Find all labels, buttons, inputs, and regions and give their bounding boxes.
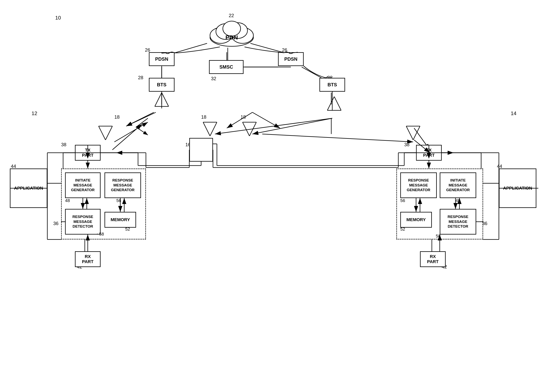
device-right-label: 14 — [511, 110, 516, 116]
antenna-right-bottom — [404, 124, 422, 140]
response-msg-gen-left: RESPONSEMESSAGEGENERATOR — [104, 172, 141, 198]
application-left-box: APPLICATION — [10, 169, 47, 208]
pdsn-left-number: 26 — [145, 47, 150, 53]
svg-line-66 — [406, 126, 413, 140]
initiate-msg-gen-right: INITIATEMESSAGEGENERATOR — [440, 172, 476, 198]
application-left-number: 44 — [11, 164, 16, 169]
svg-line-64 — [249, 122, 256, 136]
bts-right-box: BTS — [319, 78, 345, 92]
device-left-label: 12 — [32, 110, 37, 116]
pdsn-right-box: PDSN — [278, 52, 304, 66]
antenna-number-18-center-left: 18 — [201, 114, 206, 120]
number-36-right: 36 — [482, 221, 487, 226]
device-16-box — [189, 138, 213, 162]
application-right-number: 44 — [497, 164, 502, 169]
svg-line-67 — [413, 126, 420, 140]
bts-left-number: 28 — [138, 75, 143, 81]
initiate-msg-gen-left: INITIATEMESSAGEGENERATOR — [65, 172, 101, 198]
smsc-number: 32 — [211, 76, 216, 81]
number-58-left: ~58 — [97, 232, 104, 237]
svg-line-53 — [327, 97, 334, 110]
tx-part-left-number: 38 — [61, 142, 67, 147]
number-56-left: 56 — [116, 198, 121, 203]
svg-line-63 — [243, 122, 249, 136]
response-msg-det-right: RESPONSEMESSAGEDETECTOR — [440, 209, 476, 235]
svg-line-86 — [262, 134, 413, 142]
svg-line-83 — [215, 118, 332, 134]
memory-left-box: MEMORY — [104, 212, 136, 228]
zigzag-arrow-left — [116, 116, 156, 136]
application-right-box: APPLICATION — [499, 169, 536, 208]
number-56-right: 56 — [400, 198, 405, 203]
svg-line-57 — [99, 126, 105, 140]
tx-part-right-number: 38 — [404, 142, 410, 147]
rx-part-right-box: RXPART — [420, 251, 446, 267]
rx-part-left-box: RXPART — [75, 251, 101, 267]
antenna-left-bottom — [97, 124, 114, 140]
number-52-right: 52 — [400, 227, 405, 232]
antenna-right-top — [325, 97, 343, 112]
antenna-center-left — [201, 120, 219, 136]
antenna-left-top — [153, 93, 171, 108]
tx-part-right-box: TXPART — [416, 145, 442, 161]
memory-right-box: MEMORY — [400, 212, 432, 228]
svg-line-54 — [334, 97, 341, 110]
svg-line-2 — [173, 43, 207, 53]
svg-line-50 — [162, 93, 169, 106]
bts-left-box: BTS — [149, 78, 175, 92]
number-36-left: 36 — [53, 221, 59, 226]
svg-line-7 — [302, 67, 321, 78]
antenna-number-18-center-right: 18 — [240, 114, 246, 120]
number-58-right: 58 — [436, 234, 441, 239]
pdsn-right-number: 26 — [282, 47, 287, 53]
svg-line-58 — [105, 126, 112, 140]
response-msg-gen-right: RESPONSEMESSAGEGENERATOR — [400, 172, 437, 198]
smsc-box: SMSC — [209, 60, 244, 74]
number-48-right: 48 — [456, 198, 460, 203]
svg-point-47 — [223, 21, 240, 36]
svg-line-60 — [203, 122, 210, 136]
svg-text:PDN: PDN — [226, 34, 238, 41]
number-48-left: 48 — [65, 198, 70, 203]
svg-line-61 — [210, 122, 217, 136]
response-msg-det-left: RESPONSEMESSAGEDETECTOR — [65, 209, 101, 235]
pdn-cloud: PDN — [207, 16, 256, 47]
number-52-left: 52 — [125, 227, 130, 232]
tx-part-left-box: TXPART — [75, 145, 101, 161]
pdsn-left-box: PDSN — [149, 52, 175, 66]
figure-number: 10 — [55, 15, 61, 21]
svg-line-84 — [253, 118, 332, 134]
svg-line-49 — [155, 93, 162, 106]
antenna-center-right — [240, 120, 258, 136]
